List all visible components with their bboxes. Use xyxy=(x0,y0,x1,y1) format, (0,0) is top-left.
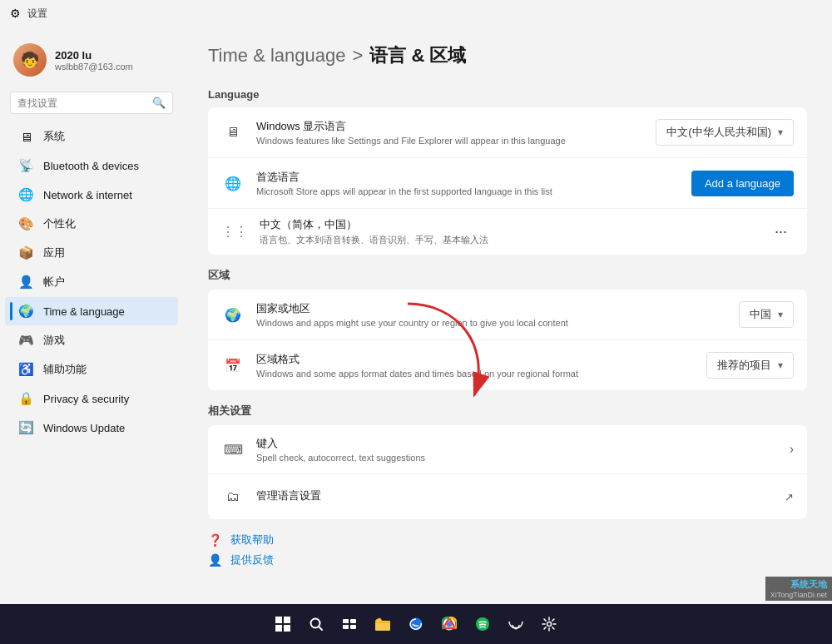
display-lang-desc: Windows features like Settings and File … xyxy=(256,136,644,146)
user-name: 2020 lu xyxy=(55,49,133,62)
country-icon: 🌍 xyxy=(221,303,245,326)
sidebar-item-privacy[interactable]: 🔒 Privacy & security xyxy=(5,384,178,413)
taskbar xyxy=(0,604,832,644)
svg-rect-4 xyxy=(284,625,290,632)
display-lang-control: 中文(中华人民共和国) ▾ xyxy=(656,119,794,146)
country-text: 国家或地区 Windows and apps might use your co… xyxy=(256,301,727,328)
get-help-link[interactable]: 获取帮助 xyxy=(230,533,274,547)
display-lang-dropdown[interactable]: 中文(中华人民共和国) ▾ xyxy=(656,119,794,146)
sidebar-item-gaming[interactable]: 🎮 游戏 xyxy=(5,326,178,354)
sidebar-item-accounts[interactable]: 👤 帐户 xyxy=(5,268,178,296)
taskbar-settings-icon[interactable] xyxy=(534,609,564,639)
user-info: 2020 lu wslbb87@163.com xyxy=(55,49,133,72)
regional-format-chevron: ▾ xyxy=(778,359,783,371)
main-content: Time & language > 语言 & 区域 Language 🖥 Win… xyxy=(183,27,832,604)
settings-icon: ⚙ xyxy=(10,7,21,20)
regional-format-dropdown[interactable]: 推荐的项目 ▾ xyxy=(706,352,794,379)
privacy-icon: 🔒 xyxy=(18,391,33,406)
app-container: 🧒 2020 lu wslbb87@163.com 🔍 🖥 系统 📡 Bluet… xyxy=(0,27,832,604)
preferred-language-row: 🌐 首选语言 Microsoft Store apps will appear … xyxy=(208,158,807,209)
taskbar-edge-icon[interactable] xyxy=(401,609,431,639)
svg-rect-2 xyxy=(284,617,290,623)
user-email: wslbb87@163.com xyxy=(55,62,133,72)
sidebar-item-label: Windows Update xyxy=(43,422,125,434)
country-value: 中国 xyxy=(750,307,771,322)
titlebar: ⚙ 设置 xyxy=(0,0,832,27)
manage-lang-icon: 🗂 xyxy=(221,485,245,508)
regional-format-text: 区域格式 Windows and some apps format dates … xyxy=(256,352,695,379)
feedback-link[interactable]: 提供反馈 xyxy=(230,552,274,567)
regional-format-icon: 📅 xyxy=(221,354,245,377)
sidebar-item-time-language[interactable]: 🌍 Time & language xyxy=(5,297,178,325)
regional-format-control: 推荐的项目 ▾ xyxy=(706,352,794,379)
taskbar-network-icon[interactable] xyxy=(501,609,531,639)
watermark-line2: XiTongTianDi.net xyxy=(770,591,827,599)
system-icon: 🖥 xyxy=(18,129,33,144)
sidebar-item-personalization[interactable]: 🎨 个性化 xyxy=(5,210,178,238)
svg-rect-1 xyxy=(275,617,282,623)
typing-icon: ⌨ xyxy=(221,438,245,461)
display-lang-icon: 🖥 xyxy=(221,121,245,144)
search-box[interactable]: 🔍 xyxy=(10,92,173,114)
country-chevron: ▾ xyxy=(778,309,783,320)
typing-title: 键入 xyxy=(256,436,778,451)
sidebar-item-label: Privacy & security xyxy=(43,393,129,405)
language-card: 🖥 Windows 显示语言 Windows features like Set… xyxy=(208,107,807,255)
svg-rect-3 xyxy=(275,625,282,632)
display-lang-text: Windows 显示语言 Windows features like Setti… xyxy=(256,119,644,146)
svg-point-16 xyxy=(515,627,518,630)
breadcrumb-current: 语言 & 区域 xyxy=(369,43,466,68)
country-dropdown[interactable]: 中国 ▾ xyxy=(739,301,794,328)
chinese-lang-text: 中文（简体，中国） 语言包、文本到语音转换、语音识别、手写、基本输入法 xyxy=(260,217,756,246)
titlebar-title: 设置 xyxy=(27,7,47,21)
taskbar-explorer-icon[interactable] xyxy=(368,609,398,639)
sidebar-item-system[interactable]: 🖥 系统 xyxy=(5,122,178,151)
breadcrumb-parent[interactable]: Time & language xyxy=(208,45,346,67)
taskbar-windows-icon[interactable] xyxy=(268,609,298,639)
breadcrumb-separator: > xyxy=(353,45,364,67)
sidebar-item-windows-update[interactable]: 🔄 Windows Update xyxy=(5,414,178,442)
preferred-lang-icon: 🌐 xyxy=(221,171,245,195)
search-icon: 🔍 xyxy=(152,97,166,109)
accessibility-icon: ♿ xyxy=(18,362,33,377)
preferred-lang-control: Add a language xyxy=(691,171,794,196)
taskbar-search-icon[interactable] xyxy=(301,609,331,639)
sidebar-item-bluetooth[interactable]: 📡 Bluetooth & devices xyxy=(5,151,178,180)
user-section: 🧒 2020 lu wslbb87@163.com xyxy=(0,33,183,87)
display-language-row: 🖥 Windows 显示语言 Windows features like Set… xyxy=(208,107,807,158)
chinese-lang-desc: 语言包、文本到语音转换、语音识别、手写、基本输入法 xyxy=(260,234,756,246)
help-icon: ❓ xyxy=(208,533,222,547)
more-options-button[interactable]: ··· xyxy=(768,220,794,244)
sidebar-item-label: 游戏 xyxy=(43,333,65,348)
chinese-lang-row: ⋮⋮ 中文（简体，中国） 语言包、文本到语音转换、语音识别、手写、基本输入法 ·… xyxy=(208,209,807,255)
country-control: 中国 ▾ xyxy=(739,301,794,328)
manage-lang-row[interactable]: 🗂 管理语言设置 ↗ xyxy=(208,474,807,519)
svg-point-17 xyxy=(547,622,552,627)
taskbar-taskview-icon[interactable] xyxy=(334,609,364,639)
preferred-lang-desc: Microsoft Store apps will appear in the … xyxy=(256,186,680,196)
country-row: 🌍 国家或地区 Windows and apps might use your … xyxy=(208,290,807,340)
add-language-button[interactable]: Add a language xyxy=(691,171,794,196)
sidebar-item-accessibility[interactable]: ♿ 辅助功能 xyxy=(5,355,178,384)
preferred-lang-text: 首选语言 Microsoft Store apps will appear in… xyxy=(256,170,680,196)
typing-desc: Spell check, autocorrect, text suggestio… xyxy=(256,453,778,463)
search-input[interactable] xyxy=(17,97,149,109)
apps-icon: 📦 xyxy=(18,245,33,260)
country-title: 国家或地区 xyxy=(256,301,727,316)
sidebar-item-label: 应用 xyxy=(43,245,65,260)
sidebar-item-label: Network & internet xyxy=(43,189,132,201)
taskbar-chrome-icon[interactable] xyxy=(434,609,464,639)
regional-format-desc: Windows and some apps format dates and t… xyxy=(256,369,695,379)
taskbar-spotify-icon[interactable] xyxy=(468,609,498,639)
typing-row[interactable]: ⌨ 键入 Spell check, autocorrect, text sugg… xyxy=(208,425,807,474)
feedback-row: 👤 提供反馈 xyxy=(208,552,807,567)
sidebar-item-apps[interactable]: 📦 应用 xyxy=(5,239,178,267)
display-lang-title: Windows 显示语言 xyxy=(256,119,644,134)
sidebar-item-network[interactable]: 🌐 Network & internet xyxy=(5,181,178,209)
get-help-row: ❓ 获取帮助 xyxy=(208,533,807,547)
regional-format-value: 推荐的项目 xyxy=(717,358,771,373)
language-section-label: Language xyxy=(208,88,807,101)
personalization-icon: 🎨 xyxy=(18,216,33,231)
sidebar-item-label: 辅助功能 xyxy=(43,362,87,377)
typing-chevron: › xyxy=(790,442,794,457)
